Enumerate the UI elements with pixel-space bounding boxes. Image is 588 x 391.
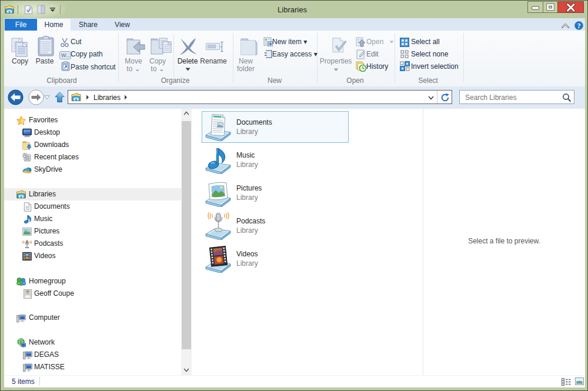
svg-text:?: ? [577,22,580,30]
svg-text:W...: W... [61,52,71,58]
